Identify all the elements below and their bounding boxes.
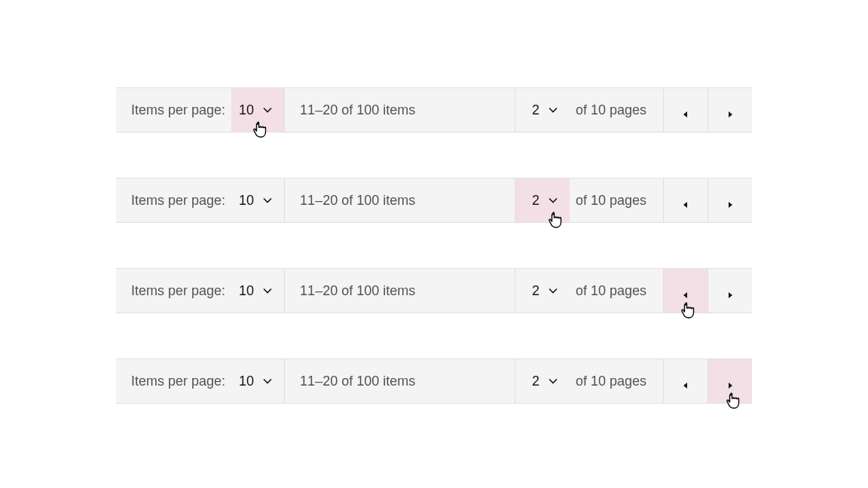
caret-right-icon xyxy=(726,377,734,385)
items-per-page-value: 10 xyxy=(239,374,254,389)
chevron-down-icon xyxy=(547,375,559,387)
caret-right-icon xyxy=(726,287,734,294)
chevron-down-icon xyxy=(261,104,274,116)
items-per-page-value: 10 xyxy=(239,283,254,299)
items-per-page-value: 10 xyxy=(239,102,254,118)
items-per-page-select[interactable]: 10 xyxy=(231,88,284,132)
pagination-bar: Items per page: 10 11–20 of 100 items 2 … xyxy=(116,87,752,133)
pagination-bar: Items per page: 10 11–20 of 100 items 2 … xyxy=(116,178,752,223)
next-page-button[interactable] xyxy=(708,178,752,222)
items-per-page-select[interactable]: 10 xyxy=(231,269,284,313)
pagination-bar: Items per page: 10 11–20 of 100 items 2 … xyxy=(116,268,752,313)
items-per-page-label: Items per page: xyxy=(116,269,231,313)
page-select[interactable]: 2 xyxy=(515,269,570,313)
chevron-down-icon xyxy=(547,194,559,206)
item-range-text: 11–20 of 100 items xyxy=(284,359,515,403)
chevron-down-icon xyxy=(261,375,274,387)
previous-page-button[interactable] xyxy=(663,359,708,403)
items-per-page-label: Items per page: xyxy=(116,359,231,403)
items-per-page-select[interactable]: 10 xyxy=(231,359,284,403)
pagination-row: Items per page: 10 11–20 of 100 items 2 … xyxy=(116,268,752,313)
caret-right-icon xyxy=(726,197,734,204)
caret-left-icon xyxy=(682,197,689,204)
items-per-page-select[interactable]: 10 xyxy=(231,178,284,222)
pagination-examples-stage: Items per page: 10 11–20 of 100 items 2 … xyxy=(116,87,752,404)
pagination-row: Items per page: 10 11–20 of 100 items 2 … xyxy=(116,358,752,404)
items-per-page-value: 10 xyxy=(239,193,254,209)
chevron-down-icon xyxy=(261,285,274,297)
previous-page-button[interactable] xyxy=(663,178,708,222)
previous-page-button[interactable] xyxy=(663,88,708,132)
item-range-text: 11–20 of 100 items xyxy=(284,88,515,132)
items-per-page-label: Items per page: xyxy=(116,178,231,222)
pagination-row: Items per page: 10 11–20 of 100 items 2 … xyxy=(116,178,752,223)
page-value: 2 xyxy=(532,193,539,209)
page-suffix-text: of 10 pages xyxy=(570,178,663,222)
caret-left-icon xyxy=(682,287,689,294)
page-value: 2 xyxy=(532,374,539,389)
next-page-button[interactable] xyxy=(708,359,752,403)
next-page-button[interactable] xyxy=(708,269,752,313)
item-range-text: 11–20 of 100 items xyxy=(284,269,515,313)
page-value: 2 xyxy=(532,283,539,299)
item-range-text: 11–20 of 100 items xyxy=(284,178,515,222)
pagination-row: Items per page: 10 11–20 of 100 items 2 … xyxy=(116,87,752,133)
caret-left-icon xyxy=(682,106,689,114)
page-select[interactable]: 2 xyxy=(515,88,570,132)
page-suffix-text: of 10 pages xyxy=(570,88,663,132)
next-page-button[interactable] xyxy=(708,88,752,132)
page-suffix-text: of 10 pages xyxy=(570,269,663,313)
previous-page-button[interactable] xyxy=(663,269,708,313)
pagination-bar: Items per page: 10 11–20 of 100 items 2 … xyxy=(116,358,752,404)
chevron-down-icon xyxy=(547,104,559,116)
chevron-down-icon xyxy=(547,285,559,297)
caret-left-icon xyxy=(682,377,689,385)
page-select[interactable]: 2 xyxy=(515,178,570,222)
items-per-page-label: Items per page: xyxy=(116,88,231,132)
chevron-down-icon xyxy=(261,194,274,206)
page-suffix-text: of 10 pages xyxy=(570,359,663,403)
page-select[interactable]: 2 xyxy=(515,359,570,403)
caret-right-icon xyxy=(726,106,734,114)
page-value: 2 xyxy=(532,102,539,118)
